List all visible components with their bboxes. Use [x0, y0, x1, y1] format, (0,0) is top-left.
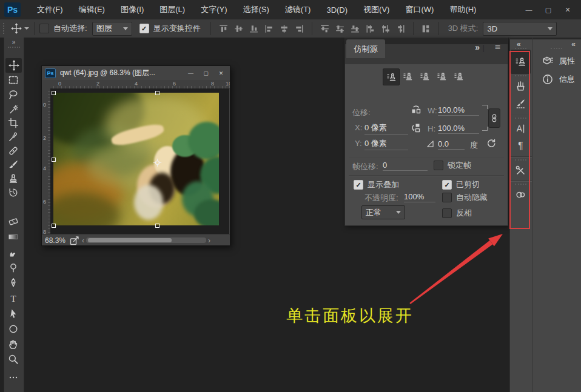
spot-healing-brush-tool[interactable]: [5, 144, 22, 158]
auto-select-target-dropdown[interactable]: 图层: [92, 22, 132, 36]
scroll-right-arrow[interactable]: ›: [208, 236, 210, 245]
auto-hide-checkbox[interactable]: [442, 193, 452, 202]
clone-source-slot-4[interactable]: [434, 68, 449, 84]
reset-transform-icon[interactable]: [486, 138, 497, 151]
align-bottom-icon[interactable]: [246, 21, 261, 36]
h-value-field[interactable]: 100.0%: [438, 124, 479, 134]
collapse-dock-icon[interactable]: «: [517, 40, 521, 48]
show-transform-checkbox[interactable]: ✓: [139, 24, 149, 33]
minimize-button[interactable]: —: [519, 2, 539, 17]
transform-handle[interactable]: [52, 158, 56, 162]
menu-窗口[interactable]: 窗口(W): [397, 0, 442, 19]
menu-滤镜[interactable]: 滤镜(T): [277, 0, 319, 19]
menu-视图[interactable]: 视图(V): [355, 0, 397, 19]
dock-panel-properties[interactable]: 属性: [532, 52, 581, 70]
close-button[interactable]: ✕: [558, 2, 577, 17]
flip-vertical-icon[interactable]: [411, 122, 421, 135]
collapse-dock-icon[interactable]: «: [571, 40, 576, 48]
scroll-left-arrow[interactable]: ‹: [82, 236, 84, 245]
menu-帮助[interactable]: 帮助(H): [442, 0, 484, 19]
horizontal-scrollbar[interactable]: [86, 238, 206, 243]
move-tool-icon[interactable]: [11, 23, 22, 34]
clone-source-slot-5[interactable]: [451, 68, 466, 84]
ruler-corner: [42, 80, 51, 89]
dodge-tool[interactable]: [5, 261, 22, 275]
ellipse-shape-tool[interactable]: [5, 322, 22, 336]
menu-文字[interactable]: 文字(Y): [193, 0, 235, 19]
scrollbar-thumb[interactable]: [88, 238, 172, 242]
history-brush-tool[interactable]: [5, 185, 22, 200]
dist-right-icon[interactable]: [393, 21, 408, 36]
move-tool[interactable]: [5, 58, 22, 73]
tab-clone-source[interactable]: 仿制源: [346, 39, 385, 58]
brush-tool[interactable]: [5, 158, 22, 172]
align-vcenter-icon[interactable]: [231, 21, 246, 36]
lasso-tool[interactable]: [5, 87, 22, 102]
gradient-tool[interactable]: [5, 230, 22, 244]
clone-source-slot-1[interactable]: [383, 68, 400, 85]
w-value-field[interactable]: 100.0%: [438, 105, 479, 116]
menu-编辑[interactable]: 编辑(E): [71, 0, 113, 19]
clipped-checkbox[interactable]: ✓: [442, 180, 452, 190]
smudge-tool[interactable]: [5, 245, 22, 260]
rectangular-marquee-tool[interactable]: [5, 73, 22, 87]
dist-bottom-icon[interactable]: [348, 21, 363, 36]
zoom-level-field[interactable]: 68.3%: [45, 236, 65, 245]
menu-图像[interactable]: 图像(I): [113, 0, 152, 19]
menu-图层[interactable]: 图层(L): [152, 0, 193, 19]
clone-stamp-tool[interactable]: [5, 171, 22, 186]
magic-wand-tool[interactable]: [5, 102, 22, 116]
align-top-icon[interactable]: [216, 21, 231, 36]
transform-handle[interactable]: [52, 91, 56, 95]
invert-checkbox[interactable]: [442, 208, 452, 218]
arrange-icon[interactable]: [418, 21, 434, 36]
crop-tool[interactable]: [5, 116, 22, 130]
transform-handle[interactable]: [155, 224, 160, 228]
share-icon[interactable]: [69, 235, 80, 246]
edit-toolbar-tool[interactable]: [5, 370, 22, 385]
hand-tool[interactable]: [5, 337, 22, 351]
dist-top-icon[interactable]: [317, 21, 332, 36]
zoom-tool[interactable]: [5, 352, 22, 367]
angle-value-field[interactable]: 0.0: [438, 139, 465, 150]
maximize-button[interactable]: ▢: [539, 2, 558, 17]
menu-文件[interactable]: 文件(F): [29, 0, 71, 19]
blend-mode-dropdown[interactable]: 正常: [361, 205, 405, 219]
dist-left-icon[interactable]: [363, 21, 378, 36]
path-selection-tool[interactable]: [5, 307, 22, 321]
x-value-field[interactable]: 0 像素: [364, 122, 408, 135]
type-tool[interactable]: T: [5, 291, 22, 306]
transform-handle[interactable]: [52, 224, 56, 228]
panel-menu-icon[interactable]: ≡: [495, 42, 500, 53]
show-overlay-checkbox[interactable]: ✓: [354, 180, 363, 190]
pen-tool[interactable]: [5, 276, 22, 290]
menu-3D[interactable]: 3D(D): [318, 0, 355, 19]
transform-handle[interactable]: [155, 91, 160, 95]
lock-frame-checkbox[interactable]: [434, 161, 443, 170]
maximize-button[interactable]: ▢: [198, 68, 213, 78]
clone-source-slot-2[interactable]: [400, 68, 415, 84]
y-value-field[interactable]: 0 像素: [364, 138, 408, 150]
document-titlebar[interactable]: Ps qwt (64).jpg @ 68.3% (图层... —▢✕: [42, 66, 230, 81]
close-button[interactable]: ✕: [213, 68, 229, 78]
panel-collapse-icon[interactable]: »: [475, 42, 480, 52]
dock-panel-info[interactable]: 信息: [532, 70, 581, 88]
menu-选择[interactable]: 选择(S): [235, 0, 277, 19]
3d-mode-dropdown[interactable]: 3D: [483, 22, 557, 36]
opacity-field[interactable]: 100%: [404, 192, 435, 202]
align-right-icon[interactable]: [292, 21, 307, 36]
dist-vcenter-icon[interactable]: [332, 21, 348, 36]
eraser-tool[interactable]: [5, 214, 22, 228]
flip-horizontal-icon[interactable]: [411, 104, 421, 117]
minimize-button[interactable]: —: [183, 68, 198, 78]
clone-source-slot-3[interactable]: [417, 68, 432, 84]
align-hcenter-icon[interactable]: [277, 21, 292, 36]
dist-hcenter-icon[interactable]: [378, 21, 393, 36]
eyedropper-tool[interactable]: [5, 130, 22, 144]
toolbar-expand-button[interactable]: »: [4, 38, 24, 46]
tool-preset-chevron-icon[interactable]: [24, 27, 29, 30]
link-wh-icon[interactable]: [488, 108, 500, 128]
frame-offset-field[interactable]: 0: [383, 161, 428, 171]
auto-select-checkbox[interactable]: [39, 24, 49, 33]
align-left-icon[interactable]: [261, 21, 277, 36]
